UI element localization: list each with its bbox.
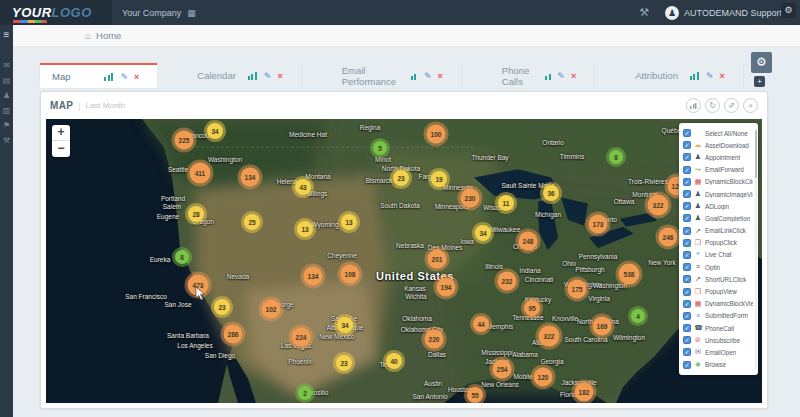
tab-map[interactable]: Map✎× [40, 63, 157, 88]
map-cluster-marker[interactable]: 23 [393, 170, 409, 186]
edit-icon[interactable]: ✎ [424, 71, 432, 81]
legend-item-assetdownload[interactable]: ✓☁AssetDownload [683, 139, 753, 151]
map-cluster-marker[interactable]: 4 [631, 309, 645, 323]
edit-icon[interactable]: ✎ [706, 71, 714, 81]
legend-item-optin[interactable]: ✓≡Optin [683, 261, 753, 273]
checkbox[interactable]: ✓ [683, 166, 691, 174]
avatar[interactable]: ♟ [665, 6, 679, 20]
book-icon[interactable]: ▥ [3, 107, 11, 115]
map-cluster-marker[interactable]: 248 [519, 232, 538, 251]
checkbox[interactable]: ✓ [683, 348, 691, 356]
map-cluster-marker[interactable]: 411 [190, 163, 211, 184]
legend-item-live-chat[interactable]: ✓❝Live Chat [683, 249, 753, 261]
edit-icon[interactable]: ✎ [120, 72, 128, 82]
legend-scrollbar-thumb[interactable] [755, 130, 758, 178]
breadcrumb-home-label[interactable]: Home [96, 30, 121, 41]
wrench-icon[interactable]: ⚒ [639, 6, 649, 19]
legend-item-emaillinkclick[interactable]: ✓↗EmailLinkClick [683, 225, 753, 237]
map-cluster-marker[interactable]: 322 [539, 326, 560, 347]
legend-item-browse[interactable]: ✓❖Browse [683, 359, 753, 371]
map-cluster-marker[interactable]: 34 [337, 317, 353, 333]
map-cluster-marker[interactable]: 13 [341, 214, 357, 230]
close-icon[interactable]: × [719, 71, 724, 81]
map-cluster-marker[interactable]: 25 [244, 214, 260, 230]
checkbox[interactable]: ✓ [683, 300, 691, 308]
legend-item-goalcompletion[interactable]: ✓♟GoalCompletion [683, 212, 753, 224]
legend-item-appointment[interactable]: ✓♟Appointment [683, 151, 753, 163]
map-cluster-marker[interactable]: 34 [207, 123, 223, 139]
checkbox[interactable]: ✓ [683, 324, 691, 332]
map-cluster-marker[interactable]: 224 [292, 328, 311, 347]
map-cluster-marker[interactable]: 23 [336, 355, 352, 371]
map-cluster-marker[interactable]: 120 [534, 368, 553, 387]
checkbox[interactable]: ✓ [683, 239, 691, 247]
map-cluster-marker[interactable]: 246 [659, 228, 678, 247]
map-cluster-marker[interactable]: 286 [224, 325, 243, 344]
legend-item-submittedform[interactable]: ✓≡SubmittedForm [683, 310, 753, 322]
map-cluster-marker[interactable]: 134 [304, 267, 323, 286]
settings-flap-gear-icon[interactable]: ⚙ [781, 3, 796, 18]
map-cluster-marker[interactable]: 230 [461, 189, 480, 208]
map-cluster-marker[interactable]: 225 [175, 131, 194, 150]
checkbox[interactable]: ✓ [683, 153, 691, 161]
map-cluster-marker[interactable]: 201 [428, 250, 447, 269]
legend-item-popupclick[interactable]: ✓❒PopupClick [683, 237, 753, 249]
legend-item-popupview[interactable]: ✓❒PopupView [683, 285, 753, 297]
checkbox[interactable]: ✓ [683, 202, 691, 210]
company-selector[interactable]: Your Company ▦ [122, 8, 196, 18]
add-tab-button[interactable]: + [754, 76, 765, 87]
user-menu-label[interactable]: AUTODEMAND Support [684, 8, 782, 18]
stats-icon[interactable] [411, 72, 418, 80]
map-cluster-marker[interactable]: 43 [295, 179, 311, 195]
checkbox[interactable]: ✓ [683, 214, 691, 222]
edit-icon[interactable]: ✎ [557, 71, 565, 81]
home-icon[interactable]: ⌂ [85, 30, 91, 41]
map-cluster-marker[interactable]: 182 [575, 383, 594, 402]
map-cluster-marker[interactable]: 23 [214, 299, 230, 315]
widget-fullscreen-button[interactable]: ⇕ [724, 98, 739, 113]
legend-item-phonecall[interactable]: ✓☎PhoneCall [683, 322, 753, 334]
legend-item-shorturlclick[interactable]: ✓↗ShortURLClick [683, 273, 753, 285]
close-icon[interactable]: × [277, 71, 282, 81]
dashboard-settings-button[interactable]: ⚙ [751, 52, 772, 73]
legend-item-select-all-none[interactable]: ✓Select All/None [683, 127, 753, 139]
map-cluster-marker[interactable]: 8 [175, 250, 189, 264]
checkbox[interactable]: ✓ [683, 263, 691, 271]
mail-icon[interactable]: ✉ [3, 62, 10, 70]
checkbox[interactable]: ✓ [683, 275, 691, 283]
checkbox[interactable]: ✓ [683, 129, 691, 137]
map-canvas[interactable]: + − United StatesVancouverWashingtonSeat… [46, 119, 762, 403]
logo[interactable]: YOUR LOGO [0, 0, 112, 25]
checkbox[interactable]: ✓ [683, 336, 691, 344]
zoom-in-button[interactable]: + [52, 125, 70, 141]
tab-phone-calls[interactable]: Phone Calls✎× [490, 63, 595, 88]
stats-icon[interactable] [545, 72, 551, 80]
hamburger-menu-icon[interactable]: ≡ [4, 30, 10, 40]
map-cluster-marker[interactable]: 232 [498, 272, 517, 291]
map-cluster-marker[interactable]: 169 [593, 317, 612, 336]
widget-refresh-button[interactable]: ↻ [705, 98, 720, 113]
map-cluster-marker[interactable]: 322 [648, 195, 669, 216]
edit-icon[interactable]: ✎ [264, 71, 272, 81]
map-cluster-marker[interactable]: 95 [524, 300, 540, 316]
map-cluster-marker[interactable]: 28 [188, 206, 204, 222]
tab-attribution[interactable]: Attribution✎× [623, 63, 744, 88]
stats-icon[interactable] [248, 72, 258, 80]
legend-item-dynamicimageview[interactable]: ✓♟DynamicImageView [683, 188, 753, 200]
stats-icon[interactable] [690, 72, 700, 80]
contacts-icon[interactable]: ♟ [3, 92, 10, 100]
reports-icon[interactable]: ▤ [3, 77, 11, 85]
map-cluster-marker[interactable]: 44 [473, 316, 489, 332]
zoom-out-button[interactable]: − [52, 141, 70, 157]
map-cluster-marker[interactable]: 40 [386, 353, 402, 369]
map-cluster-marker[interactable]: 55 [467, 387, 483, 403]
checkbox[interactable]: ✓ [683, 227, 691, 235]
stats-icon[interactable] [104, 73, 114, 81]
map-cluster-marker[interactable]: 108 [341, 265, 360, 284]
tab-calendar[interactable]: Calendar✎× [185, 63, 301, 88]
map-cluster-marker[interactable]: 2 [298, 386, 312, 400]
checkbox[interactable]: ✓ [683, 251, 691, 259]
widget-close-button[interactable]: × [743, 98, 758, 113]
checkbox[interactable]: ✓ [683, 288, 691, 296]
map-cluster-marker[interactable]: 11 [498, 195, 514, 211]
